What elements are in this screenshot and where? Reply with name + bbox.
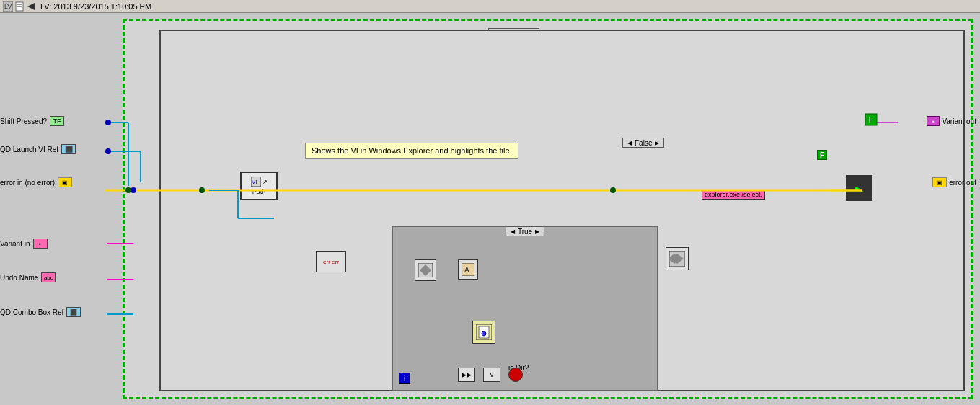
title-text: LV: 2013 9/23/2015 1:10:05 PM — [40, 2, 151, 11]
variant-out-terminal: ▪ — [927, 116, 940, 126]
explorer-cmd-text: explorer.exe /select, — [705, 191, 762, 198]
true-left-arrow[interactable]: ◀ — [509, 227, 516, 236]
inner-block-2: A — [458, 259, 478, 280]
svg-text:i: i — [482, 331, 483, 337]
qd-launch-vi-ref-label: QD Launch VI Ref ⬛ — [0, 144, 76, 154]
lv-icon: LV — [3, 1, 13, 12]
false2-left-arrow[interactable]: ◀ — [626, 138, 633, 147]
merge-icon — [669, 251, 685, 267]
error-out-terminal: ▣ — [932, 177, 947, 187]
i-indicator: i — [399, 373, 410, 384]
undo-name-label: Undo Name abc — [0, 272, 56, 282]
vi-block: VI ↗ Path — [240, 172, 278, 200]
value-icon: v — [490, 371, 494, 378]
undo-name-text: Undo Name — [0, 274, 38, 282]
svg-point-34 — [105, 120, 111, 125]
qd-combo-box-ref-text: QD Combo Box Ref — [0, 308, 63, 316]
inner-container: Shows the VI in Windows Explorer and hig… — [159, 30, 965, 391]
variant-out-text: Variant out — [942, 117, 976, 125]
explorer-cmd: explorer.exe /select, — [702, 190, 765, 200]
error-block: err err — [316, 251, 346, 272]
f-indicator: F — [817, 150, 827, 160]
arrow-icon — [26, 1, 36, 12]
true-right-arrow[interactable]: ▶ — [534, 227, 541, 236]
error-in-terminal: ▣ — [58, 177, 72, 187]
qd-launch-vi-ref-terminal: ⬛ — [61, 144, 76, 154]
false2-selector[interactable]: ◀ False ▶ — [622, 138, 664, 148]
variant-in-label: Variant in ▪ — [0, 239, 48, 249]
true-text: True — [518, 228, 532, 236]
undo-name-terminal: abc — [41, 272, 56, 282]
false2-right-arrow[interactable]: ▶ — [653, 138, 661, 147]
inner-block-1 — [415, 259, 436, 281]
diagram-area: Shift Pressed? TF QD Launch VI Ref ⬛ err… — [0, 13, 980, 405]
value-block: v — [483, 368, 500, 382]
svg-text:A: A — [464, 266, 469, 274]
title-bar: LV LV: 2013 9/23/2015 1:10:05 PM — [0, 0, 980, 13]
false2-text: False — [635, 139, 652, 147]
cmd-shell-block: ▶_ — [846, 175, 872, 201]
shift-pressed-label: Shift Pressed? TF — [0, 116, 64, 126]
variant-in-terminal: ▪ — [33, 239, 48, 249]
path-label: Path — [252, 188, 266, 195]
shift-register-icon — [418, 263, 433, 277]
qd-combo-box-ref-terminal: ⬛ — [66, 307, 81, 317]
file-icon: i — [476, 324, 492, 340]
true-case-subdiagram: ◀ True ▶ A — [392, 226, 658, 391]
svg-text:LV: LV — [4, 3, 12, 10]
error-in-text: error in (no error) — [0, 179, 55, 187]
shift-pressed-text: Shift Pressed? — [0, 117, 47, 125]
arrow-block-1: ▶▶ — [458, 368, 475, 382]
qd-launch-vi-ref-text: QD Launch VI Ref — [0, 146, 58, 153]
error-out-text: error out — [949, 179, 976, 187]
doc-icon — [14, 1, 25, 12]
variant-in-text: Variant in — [0, 240, 30, 248]
err-icon: err err — [323, 259, 339, 265]
shift-pressed-terminal: TF — [50, 116, 64, 126]
variant-out-label: ▪ Variant out — [927, 116, 976, 126]
outer-container: ◀ No Error ▶ ◀ False ▶ Shows the VI in W… — [123, 19, 973, 399]
right-block-1 — [666, 247, 689, 270]
arrow-icon-1: ▶▶ — [462, 371, 472, 378]
cmd-shell-icon: ▶_ — [855, 184, 863, 192]
svg-point-35 — [105, 148, 111, 154]
tooltip-text: Shows the VI in Windows Explorer and hig… — [312, 146, 512, 155]
svg-marker-5 — [27, 3, 35, 10]
function-icon: A — [462, 263, 474, 276]
vi-icon: VI — [251, 177, 261, 187]
error-out-label: ▣ error out — [932, 177, 976, 187]
true-case-selector[interactable]: ◀ True ▶ — [506, 226, 544, 236]
error-in-label: error in (no error) ▣ — [0, 177, 72, 187]
title-bar-icons: LV — [3, 1, 36, 12]
file-info-block: i — [472, 321, 495, 344]
vi-subtext: ↗ — [262, 179, 268, 185]
qd-combo-box-ref-label: QD Combo Box Ref ⬛ — [0, 307, 81, 317]
stop-button[interactable] — [508, 368, 523, 382]
svg-text:VI: VI — [252, 179, 257, 185]
tooltip-box: Shows the VI in Windows Explorer and hig… — [305, 143, 518, 159]
